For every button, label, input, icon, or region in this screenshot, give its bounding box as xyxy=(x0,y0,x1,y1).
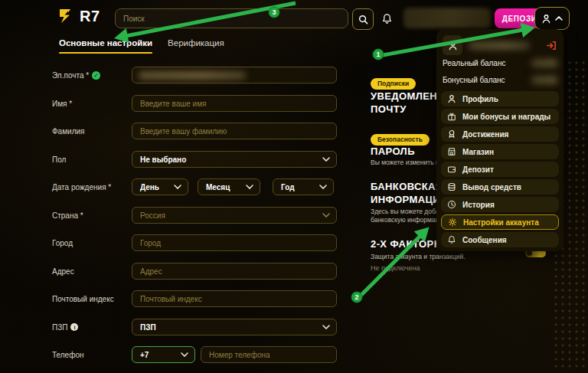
menu-item-account-settings[interactable]: Настройки аккаунта xyxy=(441,214,559,230)
chevron-down-icon xyxy=(322,157,330,162)
menu-item-history[interactable]: История xyxy=(441,197,559,212)
account-dropdown-menu: Реальный баланс Бонусный баланс Профиль … xyxy=(436,29,564,251)
menu-item-label: Депозит xyxy=(462,165,494,174)
bank-info-text-1: Здесь вы можете добав xyxy=(371,208,443,217)
tab-verification[interactable]: Верификация xyxy=(168,38,224,54)
menu-item-label: История xyxy=(462,201,495,209)
gender-select[interactable]: Не выбрано xyxy=(132,151,337,168)
real-balance-row: Реальный баланс xyxy=(443,57,557,69)
logout-icon xyxy=(546,40,557,51)
form-row-zip: Почтовый индекс xyxy=(52,290,337,307)
city-input[interactable] xyxy=(132,239,336,247)
menu-item-label: Достижения xyxy=(462,130,508,139)
search-field[interactable] xyxy=(115,8,348,28)
menu-item-achievements[interactable]: Достижения xyxy=(441,126,559,142)
menu-item-label: Настройки аккаунта xyxy=(463,218,539,227)
chevron-down-icon xyxy=(181,352,188,357)
address-input[interactable] xyxy=(132,267,336,276)
birth-day-select[interactable]: День xyxy=(132,178,188,195)
email-label: Эл.почта * xyxy=(52,71,89,80)
birth-day-value: День xyxy=(132,183,174,191)
last-name-input[interactable] xyxy=(132,127,336,136)
search-icon xyxy=(358,15,368,25)
account-settings-page: R7 ДЕПОЗИТ Основные настройки Верификаци… xyxy=(0,0,588,373)
wallet-icon xyxy=(447,165,456,174)
email-value-blurred xyxy=(139,71,246,80)
first-name-input[interactable] xyxy=(132,100,336,108)
chevron-down-icon xyxy=(322,325,330,329)
coins-icon xyxy=(447,182,456,191)
header-balance-blurred xyxy=(403,8,491,28)
password-title: ПАРОЛЬ xyxy=(371,145,415,158)
phone-code-value: +7 xyxy=(132,351,181,359)
gender-label: Пол xyxy=(52,155,66,164)
form-row-gender: Пол Не выбрано xyxy=(52,151,337,168)
user-avatar-icon xyxy=(443,35,462,55)
first-name-label: Имя * xyxy=(52,100,72,108)
phone-code-select[interactable]: +7 xyxy=(132,346,195,363)
user-icon xyxy=(541,14,551,24)
menu-item-label: Магазин xyxy=(462,148,494,156)
pzp-select[interactable]: ПЗП xyxy=(132,319,337,335)
form-row-address: Адрес xyxy=(52,263,337,280)
birth-month-select[interactable]: Месяц xyxy=(198,178,260,195)
user-menu-button[interactable] xyxy=(534,7,570,30)
shop-icon xyxy=(447,147,456,156)
city-label: Город xyxy=(52,239,73,247)
menu-item-label: Сообщения xyxy=(462,236,507,244)
search-button[interactable] xyxy=(352,8,374,30)
chevron-up-icon xyxy=(555,16,563,21)
form-row-pzp: ПЗП i ПЗП xyxy=(52,319,337,335)
gear-icon xyxy=(448,218,457,227)
birth-month-value: Месяц xyxy=(198,183,246,191)
menu-item-label: Профиль xyxy=(462,95,498,103)
settings-tabs: Основные настройки Верификация xyxy=(59,38,224,54)
chevron-down-icon xyxy=(319,185,327,189)
country-select[interactable]: Россия xyxy=(132,207,337,224)
logout-button[interactable] xyxy=(546,40,557,51)
bank-info-title-1: БАНКОВСКАЯ xyxy=(371,180,443,193)
annotation-badge-2: 2 xyxy=(351,292,362,303)
menu-item-deposit[interactable]: Депозит xyxy=(441,162,559,177)
username-blurred xyxy=(469,41,530,50)
menu-item-shop[interactable]: Магазин xyxy=(441,144,559,159)
address-label: Адрес xyxy=(52,267,74,276)
last-name-label: Фамилия xyxy=(52,127,84,136)
email-notifications-title-1: УВЕДОМЛЕНИ xyxy=(371,90,445,103)
chevron-down-icon xyxy=(174,185,181,189)
r7-logo[interactable]: R7 xyxy=(57,7,100,25)
search-input[interactable] xyxy=(116,15,348,23)
pzp-value: ПЗП xyxy=(132,323,322,332)
person-icon xyxy=(447,94,456,103)
trophy-icon xyxy=(447,129,456,139)
menu-item-withdraw[interactable]: Вывод средств xyxy=(441,179,559,195)
email-field[interactable] xyxy=(132,67,337,83)
tab-main-settings[interactable]: Основные настройки xyxy=(59,38,152,54)
gift-icon xyxy=(447,112,456,121)
gender-value: Не выбрано xyxy=(132,155,322,164)
birth-year-select[interactable]: Год xyxy=(273,178,334,195)
phone-label: Телефон xyxy=(52,351,83,359)
subscriptions-badge: Подписки xyxy=(371,78,416,90)
email-label-wrap: Эл.почта * ✓ xyxy=(52,71,132,80)
annotation-badge-1: 1 xyxy=(373,49,384,60)
logo-text: R7 xyxy=(80,8,100,25)
form-row-first-name: Имя * xyxy=(52,95,337,112)
bonus-balance-value-blurred xyxy=(531,76,557,84)
notifications-button[interactable] xyxy=(378,10,395,27)
phone-number-input[interactable] xyxy=(201,351,336,359)
form-row-phone: Телефон +7 xyxy=(52,346,337,363)
password-text: Вы можете изменить па xyxy=(371,159,443,168)
menu-item-bonuses[interactable]: Мои бонусы и награды xyxy=(441,109,559,124)
menu-item-label: Вывод средств xyxy=(462,183,521,191)
info-icon[interactable]: i xyxy=(70,323,78,331)
email-notifications-title-2: ПОЧТУ xyxy=(371,103,407,116)
verified-check-icon: ✓ xyxy=(92,71,100,80)
form-row-country: Страна * Россия xyxy=(52,207,337,224)
menu-item-messages[interactable]: Сообщения xyxy=(441,232,559,247)
menu-item-profile[interactable]: Профиль xyxy=(441,91,559,106)
zip-input[interactable] xyxy=(132,295,336,303)
menu-item-label: Мои бонусы и награды xyxy=(462,113,550,121)
country-label: Страна * xyxy=(52,211,83,220)
pzp-label: ПЗП xyxy=(52,323,67,332)
